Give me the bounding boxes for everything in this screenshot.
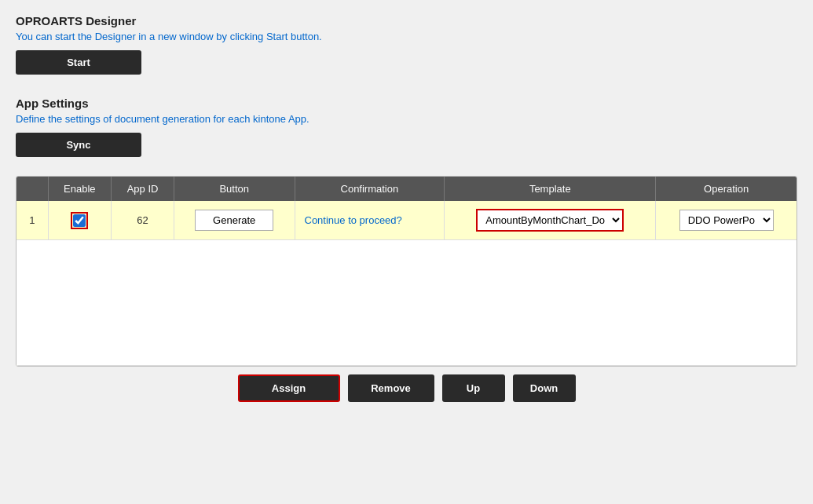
empty-row bbox=[16, 240, 797, 366]
enable-checkbox-border bbox=[71, 212, 88, 229]
confirmation-cell: Continue to proceed? bbox=[295, 201, 445, 240]
col-header-button: Button bbox=[174, 177, 295, 201]
table-row: 1 62 Continue to proceed? bbox=[16, 201, 797, 240]
col-header-operation: Operation bbox=[656, 177, 797, 201]
table-header-row: Enable App ID Button Confirmation Templa… bbox=[16, 177, 797, 201]
app-settings-table-container: Enable App ID Button Confirmation Templa… bbox=[16, 176, 797, 367]
row-number-cell: 1 bbox=[16, 201, 48, 240]
template-select-wrapper: AmountByMonthChart_Do bbox=[476, 209, 624, 232]
template-cell: AmountByMonthChart_Do bbox=[445, 201, 656, 240]
app-settings-table: Enable App ID Button Confirmation Templa… bbox=[16, 177, 797, 366]
button-input[interactable] bbox=[195, 210, 273, 231]
confirmation-text: Continue to proceed? bbox=[305, 214, 402, 226]
assign-button[interactable]: Assign bbox=[238, 374, 340, 402]
app-id-cell: 62 bbox=[112, 201, 174, 240]
down-button[interactable]: Down bbox=[513, 374, 576, 402]
designer-title: OPROARTS Designer bbox=[16, 14, 797, 27]
app-settings-description: Define the settings of document generati… bbox=[16, 113, 797, 125]
app-settings-section: App Settings Define the settings of docu… bbox=[16, 97, 797, 171]
designer-description: You can start the Designer in a new wind… bbox=[16, 31, 797, 42]
app-settings-title: App Settings bbox=[16, 97, 797, 110]
remove-button[interactable]: Remove bbox=[348, 374, 434, 402]
empty-space bbox=[16, 240, 797, 366]
button-cell bbox=[174, 201, 295, 240]
col-header-template: Template bbox=[445, 177, 656, 201]
designer-section: OPROARTS Designer You can start the Desi… bbox=[16, 14, 797, 89]
col-header-enable: Enable bbox=[48, 177, 112, 201]
col-header-confirmation: Confirmation bbox=[295, 177, 445, 201]
up-button[interactable]: Up bbox=[442, 374, 505, 402]
sync-button[interactable]: Sync bbox=[16, 133, 141, 157]
operation-select[interactable]: DDO PowerPo bbox=[679, 210, 774, 231]
template-select[interactable]: AmountByMonthChart_Do bbox=[478, 210, 622, 230]
col-header-app-id: App ID bbox=[112, 177, 174, 201]
operation-cell: DDO PowerPo bbox=[656, 201, 797, 240]
start-button[interactable]: Start bbox=[16, 50, 141, 75]
bottom-buttons-container: Assign Remove Up Down bbox=[16, 374, 797, 410]
col-header-row-num bbox=[16, 177, 48, 201]
enable-cell bbox=[48, 201, 112, 240]
enable-checkbox-wrapper bbox=[55, 212, 105, 229]
enable-checkbox[interactable] bbox=[73, 214, 86, 227]
row-number: 1 bbox=[29, 214, 35, 226]
